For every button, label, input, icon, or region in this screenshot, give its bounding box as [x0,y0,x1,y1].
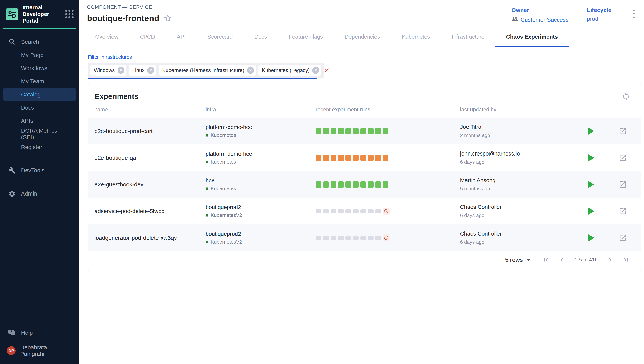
portal-logo-icon [6,8,18,20]
open-in-new-icon[interactable] [619,180,627,189]
nav-item-icon [8,51,16,59]
tab-api[interactable]: API [166,28,197,47]
sidebar-item-devtools[interactable]: DevTools [3,164,76,177]
filter-chip-kubernetes-legacy[interactable]: Kubernetes (Legacy) ✕ [258,65,321,76]
experiment-row[interactable]: e2e-boutique-qa platform-demo-hce Kubern… [88,144,641,171]
run-tile-passed [353,128,359,134]
tab-scorecard[interactable]: Scorecard [197,28,244,47]
experiment-row[interactable]: e2e-guestbook-dev hce Kubernetes Martin … [88,171,641,198]
sidebar-item-dora-metrics-sei[interactable]: DORA Metrics (SEI) [3,127,76,140]
user-menu[interactable]: DP Debabrata Panigrahi [3,344,76,357]
run-tile-passed [338,182,344,188]
run-tile-pending [353,236,359,240]
run-tile-failed [383,155,388,161]
tab-kubernetes[interactable]: Kubernetes [391,28,441,47]
open-in-new-icon[interactable] [619,154,627,162]
entity-header: COMPONENT — SERVICE boutique-frontend Ow… [79,0,644,24]
status-dot-icon [206,134,208,137]
sidebar-item-my-team[interactable]: My Team [3,75,76,88]
recent-run-tiles [316,234,460,241]
tab-infrastructure[interactable]: Infrastructure [441,28,495,47]
filter-chip-windows[interactable]: Windows ✕ [90,65,126,76]
run-tile-passed [375,128,381,134]
last-page-button[interactable] [622,256,630,264]
tab-docs[interactable]: Docs [244,28,278,47]
clear-filters-button[interactable] [324,63,330,78]
tab-overview[interactable]: Overview [84,28,129,47]
run-experiment-play-button[interactable] [588,234,594,241]
svg-text:?: ? [10,330,12,334]
experiment-row[interactable]: adservice-pod-delete-5lwbx boutiqueprod2… [88,198,641,224]
updated-at: 6 days ago [460,159,582,165]
tab-chaos-experiments[interactable]: Chaos Experiments [495,28,569,47]
sidebar-footer: ? Help DP Debabrata Panigrahi [0,326,79,364]
sidebar-item-search[interactable]: Search [3,35,76,48]
infra-name: boutiqueprod2 [206,204,316,210]
open-in-new-icon[interactable] [619,234,627,242]
filter-chip-label: Kubernetes (Harness Infrastructure) [162,68,244,73]
sidebar-item-register[interactable]: Register [3,140,76,154]
infrastructure-filter-input[interactable]: Windows ✕ Linux ✕ Kubernetes (Harness In… [88,63,317,79]
chip-remove-icon[interactable]: ✕ [312,67,319,74]
experiment-row[interactable]: loadgenerator-pod-delete-xw3qy boutiquep… [88,224,641,251]
wrench-icon [8,166,16,174]
run-experiment-play-button[interactable] [588,154,594,161]
sidebar-item-apis[interactable]: APIs [3,114,76,127]
sidebar-item-catalog[interactable]: Catalog [3,88,76,101]
sidebar-item-workflows[interactable]: Workflows [3,62,76,75]
recent-run-tiles [316,155,460,161]
portal-title: Internal Developer Portal [23,4,55,24]
run-tile-failed [360,155,366,161]
filter-chip-linux[interactable]: Linux ✕ [129,65,156,76]
pagination: 5 rows 1-5 of 416 [88,251,641,270]
run-experiment-play-button[interactable] [588,208,594,214]
favorite-star-icon[interactable] [163,14,172,23]
chip-remove-icon[interactable]: ✕ [247,67,254,74]
run-tile-pending [338,209,344,213]
nav-item-icon [8,64,16,72]
next-page-button[interactable] [606,256,614,264]
run-tile-pending [338,236,344,240]
run-experiment-play-button[interactable] [588,128,594,134]
sidebar-item-admin[interactable]: Admin [3,187,76,200]
infra-type: Kubernetes [211,159,236,165]
sidebar-item-label: Admin [21,190,37,197]
infra-name: platform-demo-hce [206,151,316,157]
sidebar-nav: Search My Page Workflows My Team Catalog… [0,29,79,154]
rows-per-page-value: 5 rows [505,256,523,264]
refresh-icon[interactable] [622,92,630,101]
nav-item-icon [8,130,16,138]
sidebar-header: Internal Developer Portal [3,0,76,29]
first-page-button[interactable] [542,256,550,264]
nav-item-icon [8,77,16,86]
open-in-new-icon[interactable] [619,207,627,215]
owner-label: Owner [511,7,569,13]
run-tile-pending [368,236,374,240]
tab-dependencies[interactable]: Dependencies [334,28,391,47]
sidebar-item-label: Help [21,330,33,336]
search-icon [8,38,16,46]
chip-remove-icon[interactable]: ✕ [118,67,124,74]
sidebar-item-my-page[interactable]: My Page [3,48,76,62]
rows-per-page-select[interactable]: 5 rows [505,256,530,264]
experiment-name: e2e-boutique-prod-cart [94,128,206,134]
open-in-new-icon[interactable] [619,127,627,135]
tab-ci-cd[interactable]: CI/CD [129,28,166,47]
infra-type: Kubernetes [211,186,236,192]
experiment-row[interactable]: e2e-boutique-prod-cart platform-demo-hce… [88,118,641,144]
more-options-kebab-icon[interactable] [630,7,638,21]
run-experiment-play-button[interactable] [588,181,594,188]
sidebar-item-help[interactable]: ? Help [3,326,76,339]
tab-feature-flags[interactable]: Feature Flags [278,28,334,47]
sidebar-item-docs[interactable]: Docs [3,101,76,114]
sidebar-item-label: DORA Metrics (SEI) [21,128,71,140]
run-tile-pending [368,209,374,213]
owner-link[interactable]: Customer Success [521,16,569,23]
previous-page-button[interactable] [558,256,566,264]
run-tile-passed [331,182,336,188]
recent-run-tiles [316,182,460,188]
chip-remove-icon[interactable]: ✕ [147,67,154,74]
run-tile-pending [375,236,381,240]
apps-grid-icon[interactable] [65,10,74,18]
filter-chip-kubernetes-harness-infrastructure[interactable]: Kubernetes (Harness Infrastructure) ✕ [159,65,256,76]
